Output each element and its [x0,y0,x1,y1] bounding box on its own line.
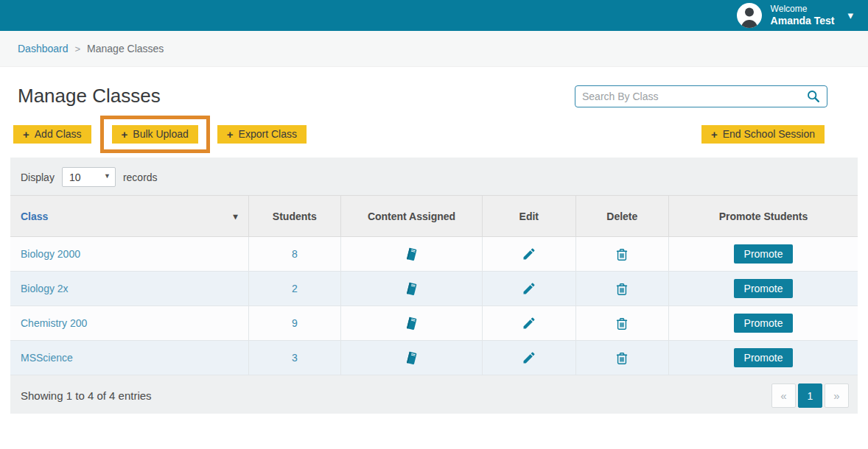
search-icon[interactable] [806,89,820,103]
edit-pencil-icon[interactable] [522,281,536,296]
display-count-select[interactable]: 10 [62,167,116,187]
table-header-row: Class ▾ Students Content Assigned Edit D… [10,196,858,237]
promote-button[interactable]: Promote [734,348,794,367]
plus-icon: + [711,128,718,141]
bulk-upload-button[interactable]: + Bulk Upload [112,125,198,144]
delete-trash-icon[interactable] [615,316,629,331]
bulk-upload-label: Bulk Upload [133,128,189,140]
promote-button[interactable]: Promote [734,279,794,298]
title-row: Manage Classes [0,67,868,113]
export-class-label: Export Class [239,128,297,140]
toolbar: + Add Class + Bulk Upload + Export Class… [0,113,868,155]
student-count-link[interactable]: 8 [292,248,298,260]
table-row: Biology 2x 2 [10,272,858,306]
classes-panel: Display 10 ▼ records Class ▾ Students [10,158,858,414]
display-count-wrap: 10 ▼ [62,167,116,187]
delete-trash-icon[interactable] [615,281,629,297]
bulk-upload-highlight-annotation: + Bulk Upload [100,116,210,153]
chevron-down-icon[interactable]: ▾ [847,9,853,22]
sort-caret-icon[interactable]: ▾ [234,211,238,222]
edit-pencil-icon[interactable] [522,316,536,330]
content-assigned-book-icon[interactable] [404,281,419,297]
delete-trash-icon[interactable] [615,350,629,366]
breadcrumb-current: Manage Classes [87,43,164,54]
column-header-content-assigned: Content Assigned [340,196,482,237]
classes-table: Class ▾ Students Content Assigned Edit D… [10,195,858,375]
column-header-edit: Edit [483,196,576,237]
class-name-link[interactable]: MSScience [21,352,73,364]
table-footer: Showing 1 to 4 of 4 entries « 1 » [10,375,858,408]
end-school-session-button[interactable]: + End School Session [701,125,825,144]
welcome-block: Welcome Amanda Test [771,4,835,28]
table-row: Biology 2000 8 [10,237,858,272]
account-menu[interactable]: Welcome Amanda Test ▾ [737,3,853,28]
content-assigned-book-icon[interactable] [404,316,419,331]
pagination-next-button[interactable]: » [825,383,849,408]
column-header-students: Students [248,196,340,237]
username-label: Amanda Test [771,15,835,28]
plus-icon: + [227,128,234,141]
breadcrumb: Dashboard > Manage Classes [0,31,868,67]
add-class-button[interactable]: + Add Class [13,125,91,144]
welcome-label: Welcome [771,4,835,15]
plus-icon: + [122,128,128,141]
pagination-prev-button[interactable]: « [771,383,796,408]
table-row: Chemistry 200 9 [10,306,858,341]
top-bar: Welcome Amanda Test ▾ [0,0,868,31]
end-school-session-label: End School Session [723,128,815,140]
entries-summary: Showing 1 to 4 of 4 entries [21,389,152,402]
pagination: « 1 » [771,383,849,408]
class-name-link[interactable]: Biology 2x [21,283,69,294]
table-row: MSScience 3 [10,341,858,375]
student-count-link[interactable]: 9 [292,317,298,329]
delete-trash-icon[interactable] [615,247,629,262]
pagination-page-1-button[interactable]: 1 [798,383,822,408]
class-column-label[interactable]: Class [21,211,48,222]
breadcrumb-separator: > [75,43,81,54]
edit-pencil-icon[interactable] [522,350,536,365]
column-header-class[interactable]: Class ▾ [10,196,248,237]
column-header-promote-students: Promote Students [669,196,858,237]
column-header-delete: Delete [575,196,669,237]
display-label: Display [21,172,55,183]
class-name-link[interactable]: Chemistry 200 [21,317,87,329]
student-count-link[interactable]: 2 [292,283,298,294]
search-box [575,85,827,107]
add-class-label: Add Class [35,128,82,140]
student-count-link[interactable]: 3 [292,352,298,364]
content-assigned-book-icon[interactable] [404,350,419,366]
search-input[interactable] [582,91,806,102]
plus-icon: + [23,128,29,141]
records-label: records [123,172,158,183]
promote-button[interactable]: Promote [734,244,794,264]
page-title: Manage Classes [18,85,161,107]
breadcrumb-dashboard-link[interactable]: Dashboard [18,43,69,54]
avatar[interactable] [737,3,762,28]
display-records-row: Display 10 ▼ records [10,158,858,195]
promote-button[interactable]: Promote [734,314,794,333]
person-icon [737,3,762,28]
edit-pencil-icon[interactable] [522,247,536,261]
class-name-link[interactable]: Biology 2000 [21,248,80,260]
export-class-button[interactable]: + Export Class [217,125,307,144]
content-assigned-book-icon[interactable] [404,247,419,262]
